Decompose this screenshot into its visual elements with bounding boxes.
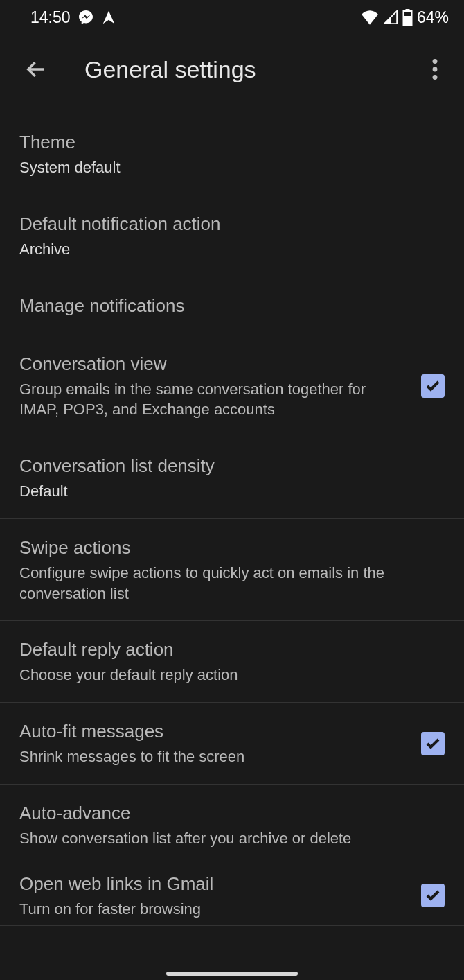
signal-icon <box>383 10 398 25</box>
setting-title: Auto-advance <box>19 801 431 825</box>
setting-conversation-view[interactable]: Conversation view Group emails in the sa… <box>0 335 464 437</box>
conversation-view-checkbox[interactable] <box>421 374 445 398</box>
status-battery-pct: 64% <box>417 8 449 27</box>
overflow-menu-button[interactable] <box>418 53 452 86</box>
setting-title: Manage notifications <box>19 294 431 318</box>
setting-title: Conversation list density <box>19 454 431 478</box>
setting-title: Auto-fit messages <box>19 719 407 744</box>
setting-title: Swipe actions <box>19 536 431 560</box>
open-web-links-checkbox[interactable] <box>421 884 445 907</box>
setting-theme[interactable]: Theme System default <box>0 114 464 195</box>
check-icon <box>425 887 441 904</box>
status-left: 14:50 <box>30 8 116 27</box>
setting-description: Show conversation list after you archive… <box>19 828 431 849</box>
setting-description: Turn on for faster browsing <box>19 899 407 920</box>
battery-icon <box>402 9 413 26</box>
setting-open-web-links[interactable]: Open web links in Gmail Turn on for fast… <box>0 866 464 926</box>
check-icon <box>425 378 441 394</box>
settings-list: Theme System default Default notificatio… <box>0 114 464 926</box>
status-time: 14:50 <box>30 8 71 27</box>
setting-description: Configure swipe actions to quickly act o… <box>19 563 431 604</box>
setting-description: Shrink messages to fit the screen <box>19 746 407 767</box>
app-bar: General settings <box>0 35 464 104</box>
status-right: 64% <box>361 8 449 27</box>
back-button[interactable] <box>19 53 53 86</box>
page-title: General settings <box>84 56 418 83</box>
setting-title: Default notification action <box>19 212 431 236</box>
setting-title: Conversation view <box>19 352 407 376</box>
setting-swipe-actions[interactable]: Swipe actions Configure swipe actions to… <box>0 519 464 621</box>
wifi-icon <box>361 10 379 25</box>
setting-value: System default <box>19 157 431 178</box>
svg-point-4 <box>433 67 438 72</box>
svg-point-5 <box>433 75 438 80</box>
setting-value: Archive <box>19 239 431 260</box>
setting-title: Open web links in Gmail <box>19 872 407 896</box>
navigation-handle[interactable] <box>166 972 298 976</box>
auto-fit-checkbox[interactable] <box>421 732 445 755</box>
setting-auto-advance[interactable]: Auto-advance Show conversation list afte… <box>0 785 464 866</box>
setting-conversation-list-density[interactable]: Conversation list density Default <box>0 437 464 519</box>
setting-auto-fit-messages[interactable]: Auto-fit messages Shrink messages to fit… <box>0 703 464 785</box>
check-icon <box>425 735 441 752</box>
setting-manage-notifications[interactable]: Manage notifications <box>0 277 464 335</box>
send-icon <box>101 10 116 25</box>
arrow-left-icon <box>24 58 48 81</box>
setting-description: Choose your default reply action <box>19 665 431 685</box>
setting-default-notification-action[interactable]: Default notification action Archive <box>0 195 464 277</box>
more-vert-icon <box>432 59 438 80</box>
setting-description: Group emails in the same conversation to… <box>19 379 407 420</box>
setting-value: Default <box>19 481 431 502</box>
status-bar: 14:50 64% <box>0 0 464 35</box>
setting-title: Theme <box>19 130 431 155</box>
setting-title: Default reply action <box>19 638 431 662</box>
setting-default-reply-action[interactable]: Default reply action Choose your default… <box>0 621 464 703</box>
svg-rect-2 <box>403 16 411 25</box>
messenger-icon <box>78 9 94 26</box>
svg-point-3 <box>433 59 438 64</box>
